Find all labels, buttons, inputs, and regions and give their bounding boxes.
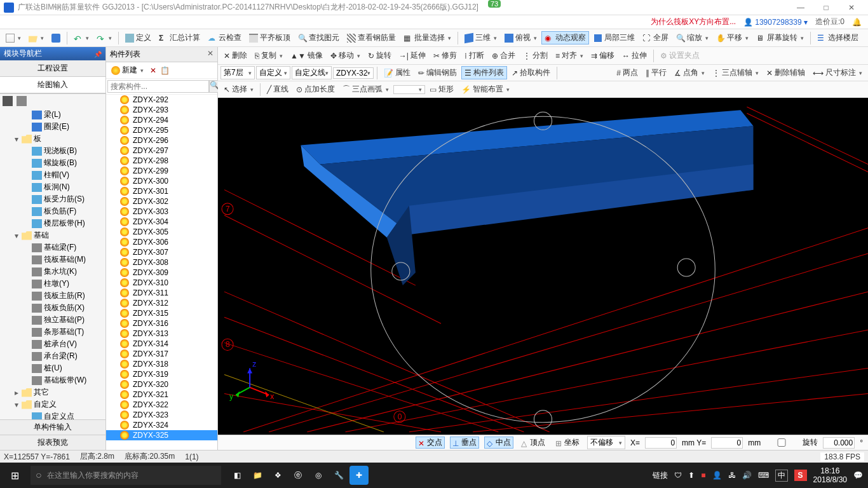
list-item[interactable]: ZDYX-309 [106, 268, 217, 278]
search-input[interactable] [107, 80, 209, 93]
draw-mode-select[interactable] [393, 85, 425, 94]
break-button[interactable]: ⁞ 打断 [461, 49, 487, 62]
delete-member-button[interactable] [147, 66, 159, 75]
tree-node[interactable]: 筏板负筋(X) [1, 302, 104, 314]
tree-node[interactable]: 板受力筋(S) [1, 193, 104, 205]
tree-node[interactable]: 基础板带(W) [1, 374, 104, 386]
3d-view-button[interactable]: 三维 [461, 31, 500, 44]
zoom-button[interactable]: 缩放 [673, 31, 712, 44]
tray-icon-1[interactable]: 🛡 [674, 471, 682, 480]
list-item[interactable]: ZDYX-324 [106, 420, 217, 430]
list-item[interactable]: ZDYX-296 [106, 135, 217, 146]
pin-icon[interactable] [94, 50, 102, 58]
tray-icon-3[interactable]: ■ [701, 471, 705, 480]
list-item[interactable]: ZDYX-303 [106, 207, 217, 217]
open-file-button[interactable] [25, 32, 47, 44]
tree-node[interactable]: 条形基础(T) [1, 326, 104, 338]
tree-node[interactable]: ▸其它 [1, 386, 104, 398]
offset-mode-select[interactable]: 不偏移 [587, 436, 625, 449]
point-length-button[interactable]: ⊙ 点加长度 [293, 83, 338, 96]
list-item[interactable]: ZDYX-292 [106, 95, 217, 105]
list-item[interactable]: ZDYX-310 [106, 278, 217, 288]
category-select[interactable]: 自定义 [256, 66, 290, 79]
tab-project-settings[interactable]: 工程设置 [0, 60, 105, 77]
app-icon-3[interactable]: 🔧 [329, 466, 348, 485]
tray-keyboard-icon[interactable]: ⌨ [758, 471, 769, 480]
tree-node[interactable]: 板负筋(F) [1, 205, 104, 217]
line-tool-button[interactable]: ╱ 直线 [264, 83, 292, 96]
tree-node[interactable]: 筏板基础(M) [1, 254, 104, 266]
tree-node[interactable]: 桩承台(V) [1, 338, 104, 350]
bell-icon[interactable] [852, 18, 862, 27]
list-item[interactable]: ZDYX-311 [106, 288, 217, 298]
y-input[interactable] [711, 437, 743, 449]
mirror-button[interactable]: ▲▼ 镜像 [287, 49, 326, 62]
tray-volume-icon[interactable]: 🔊 [742, 471, 752, 480]
snap-midpoint[interactable]: 中点 [484, 437, 513, 449]
view-steel-button[interactable]: 查看钢筋量 [344, 31, 399, 44]
list-item[interactable]: ZDYX-304 [106, 217, 217, 227]
attributes-button[interactable]: 📝 属性 [381, 66, 414, 79]
tab-single-input[interactable]: 单构件输入 [0, 419, 105, 435]
tray-icon-2[interactable]: ⬆ [688, 471, 695, 480]
tray-link[interactable]: 链接 [653, 470, 668, 481]
tree-node[interactable]: 现浇板(B) [1, 145, 104, 157]
list-item[interactable]: ZDYX-305 [106, 227, 217, 237]
point-angle-button[interactable]: ∡ 点角 [671, 66, 708, 79]
snap-perpendicular[interactable]: 垂点 [450, 437, 479, 449]
x-input[interactable] [645, 437, 677, 449]
two-point-button[interactable]: # 两点 [613, 66, 641, 79]
close-button[interactable]: ✕ [839, 3, 864, 12]
tab-draw-input[interactable]: 绘图输入 [0, 77, 105, 93]
top-view-button[interactable]: 俯视 [501, 31, 540, 44]
search-box[interactable]: 在这里输入你要搜索的内容 [31, 466, 221, 485]
tree-node[interactable]: 筏板主筋(R) [1, 290, 104, 302]
list-item[interactable]: ZDYX-312 [106, 298, 217, 308]
offset-button[interactable]: ⇉ 偏移 [588, 49, 618, 62]
define-button[interactable]: 定义 [122, 31, 154, 44]
list-item[interactable]: ZDYX-306 [106, 237, 217, 247]
list-item[interactable]: ZDYX-299 [106, 166, 217, 176]
list-item[interactable]: ZDYX-314 [106, 339, 217, 349]
list-item[interactable]: ZDYX-316 [106, 318, 217, 329]
fullscreen-button[interactable]: 全屏 [639, 31, 672, 44]
list-item[interactable]: ZDYX-319 [106, 369, 217, 379]
tree-node[interactable]: 基础梁(F) [1, 241, 104, 254]
rotate-checkbox[interactable] [766, 438, 797, 447]
promo-link[interactable]: 为什么筏板XY方向布置... [651, 17, 736, 27]
snap-coord[interactable]: 坐标 [553, 437, 582, 449]
action-center-icon[interactable]: 💬 [853, 471, 863, 480]
parallel-button[interactable]: ∥ 平行 [642, 66, 670, 79]
pick-member-button[interactable]: ↗ 拾取构件 [508, 66, 553, 79]
tree-node[interactable]: 梁(L) [1, 109, 104, 121]
angle-input[interactable] [823, 437, 855, 449]
merge-button[interactable]: ⊕ 合并 [489, 49, 519, 62]
list-item[interactable]: ZDYX-317 [106, 349, 217, 359]
snap-vertex[interactable]: 顶点 [519, 437, 548, 449]
stretch-button[interactable]: ↔ 拉伸 [619, 49, 650, 62]
tree-node[interactable]: 柱帽(V) [1, 169, 104, 181]
list-mode-icon[interactable] [17, 96, 27, 106]
flat-slab-button[interactable]: 平齐板顶 [246, 31, 294, 44]
dimension-button[interactable]: ⟷ 尺寸标注 [810, 66, 865, 79]
list-item[interactable]: ZDYX-297 [106, 146, 217, 156]
notification-badge[interactable]: 73 [488, 0, 501, 8]
list-item[interactable]: ZDYX-300 [106, 176, 217, 186]
edit-steel-button[interactable]: ✏ 编辑钢筋 [415, 66, 460, 79]
list-item[interactable]: ZDYX-320 [106, 379, 217, 390]
move-button[interactable]: ✥ 移动 [327, 49, 363, 62]
rect-tool-button[interactable]: ▭ 矩形 [426, 83, 457, 96]
list-item[interactable]: ZDYX-313 [106, 329, 217, 339]
screen-rotate-button[interactable]: 屏幕旋转 [753, 31, 807, 44]
list-item[interactable]: ZDYX-302 [106, 196, 217, 207]
extend-button[interactable]: →| 延伸 [396, 49, 429, 62]
nav-tree[interactable]: 梁(L)圈梁(E)▾板现浇板(B)螺旋板(B)柱帽(V)板洞(N)板受力筋(S)… [0, 107, 105, 419]
tree-node[interactable]: 圈梁(E) [1, 121, 104, 133]
maximize-button[interactable]: □ [813, 3, 839, 12]
type-select[interactable]: 自定义线 [292, 66, 332, 79]
minimize-button[interactable]: — [788, 3, 813, 12]
edge-icon[interactable]: ⓔ [288, 466, 308, 485]
layer-select[interactable]: 第7层 [220, 66, 255, 79]
trim-button[interactable]: ✂ 修剪 [430, 49, 460, 62]
tree-node[interactable]: 板洞(N) [1, 181, 104, 193]
